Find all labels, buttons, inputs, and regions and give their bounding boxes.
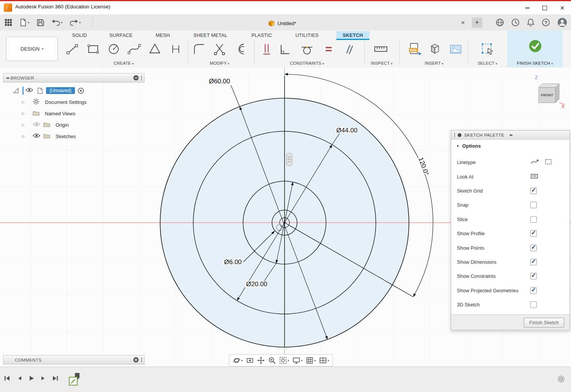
line-tool-button[interactable] — [64, 40, 81, 58]
workspace-selector[interactable]: DESIGN — [6, 37, 58, 61]
sketch-grid-checkbox[interactable] — [530, 188, 537, 194]
undo-button[interactable] — [50, 18, 64, 27]
visibility-toggle[interactable] — [33, 133, 40, 139]
expand-circle-icon[interactable] — [133, 357, 139, 363]
show-projected-geometries-checkbox[interactable] — [530, 287, 537, 294]
insert-mesh-button[interactable] — [426, 40, 443, 58]
expand-caret-icon[interactable]: ▷ — [22, 134, 27, 138]
show-constraints-checkbox[interactable] — [530, 273, 537, 279]
circle-tool-button[interactable] — [105, 40, 122, 58]
panel-grip[interactable] — [141, 75, 142, 80]
redo-button[interactable] — [68, 18, 82, 27]
trim-tool-button[interactable] — [211, 40, 228, 58]
measure-tool-button[interactable] — [372, 40, 389, 58]
3d-sketch-checkbox[interactable] — [530, 301, 537, 308]
visibility-toggle[interactable] — [25, 88, 33, 94]
panel-grip[interactable] — [141, 357, 142, 362]
fillet-tool-button[interactable] — [191, 40, 207, 58]
constraints-group-dropdown[interactable]: CONSTRAINTS — [277, 61, 337, 65]
profile-button[interactable] — [557, 18, 567, 27]
dim-d6-label[interactable]: Ø6.00 — [224, 258, 242, 266]
ribbon-tab-solid[interactable]: SOLID — [71, 31, 88, 40]
ribbon-tab-sketch[interactable]: SKETCH — [336, 31, 369, 40]
notifications-button[interactable] — [527, 18, 534, 27]
browser-root-row[interactable]: (Unsaved) — [3, 85, 145, 96]
modify-group-dropdown[interactable]: MODIFY — [189, 61, 250, 65]
close-button[interactable]: × — [554, 1, 571, 14]
save-button[interactable] — [35, 18, 46, 28]
comments-header[interactable]: COMMENTS — [3, 355, 145, 365]
grid-settings-button[interactable] — [306, 357, 316, 364]
collapse-circle-icon[interactable] — [133, 75, 139, 81]
minimize-button[interactable] — [519, 1, 536, 14]
ribbon-tab-mesh[interactable]: MESH — [153, 31, 172, 40]
viewports-button[interactable] — [319, 357, 329, 364]
fit-button[interactable] — [279, 357, 289, 364]
maximize-button[interactable] — [536, 1, 554, 14]
slot-tool-button[interactable] — [167, 40, 184, 58]
browser-item-sketches[interactable]: ▷ Sketches — [3, 131, 145, 142]
timeline-settings-button[interactable] — [557, 375, 565, 384]
ribbon-tab-surface[interactable]: SURFACE — [107, 31, 135, 40]
browser-item-origin[interactable]: ▷ Origin — [3, 119, 145, 131]
snap-checkbox[interactable] — [530, 202, 537, 208]
go-to-start-button[interactable] — [4, 375, 11, 383]
expand-caret-icon[interactable]: ▷ — [22, 112, 27, 115]
equal-constraint-button[interactable] — [320, 40, 337, 58]
step-forward-button[interactable] — [40, 375, 46, 383]
file-menu-button[interactable] — [18, 17, 31, 28]
perpendicular-constraint-button[interactable] — [277, 40, 293, 58]
tab-close-button[interactable]: × — [460, 19, 466, 27]
browser-item-named-views[interactable]: ▷ Named Views — [3, 108, 145, 119]
ribbon-tab-utilities[interactable]: UTILITIES — [292, 31, 322, 40]
expand-caret-icon[interactable]: ▷ — [22, 100, 27, 104]
slice-checkbox[interactable] — [530, 216, 537, 223]
pan-button[interactable] — [257, 357, 265, 364]
view-cube[interactable]: Z FRONT X — [530, 73, 569, 111]
dim-d44-label[interactable]: Ø44.00 — [336, 127, 358, 134]
dim-d60-label[interactable]: Ø60.00 — [209, 78, 230, 85]
dim-d20-label[interactable]: Ø20.00 — [246, 280, 267, 288]
display-settings-button[interactable] — [293, 357, 302, 364]
visibility-toggle[interactable] — [33, 122, 40, 128]
spline-tool-button[interactable] — [126, 40, 143, 58]
vertical-constraint-button[interactable] — [258, 40, 275, 58]
insert-canvas-button[interactable] — [447, 40, 464, 58]
linetype-normal-button[interactable] — [530, 158, 539, 166]
look-at-button[interactable] — [246, 357, 254, 364]
palette-finish-sketch-button[interactable]: Finish Sketch — [524, 318, 564, 328]
look-at-button[interactable] — [530, 173, 539, 180]
offset-tool-button[interactable] — [233, 40, 250, 58]
polygon-tool-button[interactable] — [146, 40, 163, 58]
finish-sketch-button[interactable]: FINISH SKETCH — [507, 30, 563, 67]
browser-item-document-settings[interactable]: ▷ Document Settings — [3, 96, 145, 108]
web-button[interactable] — [496, 18, 504, 27]
zoom-button[interactable] — [268, 357, 276, 364]
rectangle-tool-button[interactable] — [85, 40, 102, 58]
show-dimensions-checkbox[interactable] — [530, 259, 537, 265]
help-button[interactable]: ? — [542, 18, 550, 27]
tangent-constraint-button[interactable] — [299, 40, 315, 58]
browser-header[interactable]: ◀◀ BROWSER — [3, 73, 145, 83]
root-document-label[interactable]: (Unsaved) — [46, 87, 75, 94]
select-tool-button[interactable] — [479, 40, 496, 58]
step-back-button[interactable] — [16, 375, 22, 383]
collapse-right-icon[interactable]: ▶▶ — [510, 134, 512, 137]
insert-group-dropdown[interactable]: INSERT — [404, 61, 464, 65]
show-points-checkbox[interactable] — [530, 245, 537, 251]
inspect-group-dropdown[interactable]: INSPECT — [351, 61, 412, 65]
timeline-sketch-feature[interactable] — [68, 373, 81, 389]
show-profile-checkbox[interactable] — [530, 230, 537, 237]
orbit-button[interactable] — [233, 357, 243, 364]
expand-caret-icon[interactable]: ▷ — [22, 123, 27, 127]
job-status-button[interactable] — [511, 18, 520, 27]
ribbon-tab-sheet-metal[interactable]: SHEET METAL — [189, 31, 231, 40]
insert-svg-button[interactable]: SVG — [406, 40, 423, 58]
create-group-dropdown[interactable]: CREATE — [93, 61, 154, 65]
document-tab[interactable]: Untitled* × — [96, 16, 469, 30]
new-tab-button[interactable]: + — [472, 18, 482, 28]
palette-header[interactable]: SKETCH PALETTE ▶▶ — [451, 131, 569, 140]
ribbon-tab-plastic[interactable]: PLASTIC — [249, 31, 274, 40]
parallel-constraint-button[interactable] — [341, 40, 358, 58]
linetype-construction-button[interactable] — [545, 158, 552, 166]
